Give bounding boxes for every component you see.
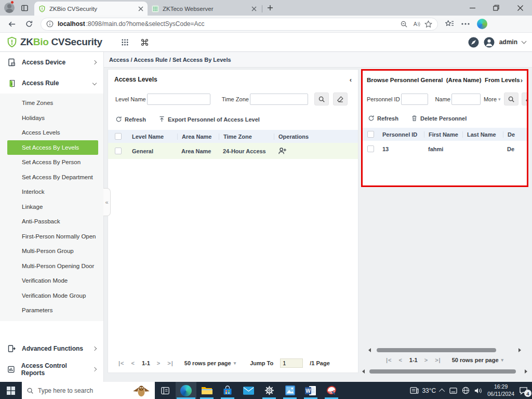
panel-collapse-icon[interactable]: ‹ [350,76,352,84]
taskbar-search-box[interactable]: Type here to search [22,382,155,399]
scroll-left-arrow[interactable] [362,369,365,374]
personnel-id-input[interactable] [401,94,428,105]
taskbar-pinned-app-icon[interactable] [321,382,342,399]
refresh-action[interactable]: Refresh [115,116,146,123]
explore-compass-icon[interactable] [468,37,479,48]
tab-actions-icon[interactable] [19,3,30,13]
prev-page-button[interactable]: < [398,357,402,363]
sidebar-item-verification-mode[interactable]: Verification Mode [7,273,98,288]
sidebar-section-access-rule[interactable]: Access Rule [0,73,103,94]
row-checkbox[interactable] [108,148,128,154]
site-info-icon[interactable] [46,20,54,28]
user-menu-caret-icon[interactable] [522,39,527,44]
sidebar-item-verification-mode-group[interactable]: Verification Mode Group [7,288,98,303]
next-page-button[interactable]: > [157,360,161,366]
module-grid-icon[interactable] [119,36,131,48]
command-shortcut-icon[interactable] [139,36,151,48]
taskbar-photos-icon[interactable] [280,382,300,399]
level-name-input[interactable] [147,94,210,105]
tab-close-icon[interactable] [251,6,257,11]
new-tab-button[interactable] [263,1,277,15]
sidebar-item-parameters[interactable]: Parameters [7,303,98,318]
search-button[interactable] [504,92,518,105]
prev-page-button[interactable]: < [131,360,135,366]
time-zone-input[interactable] [250,94,308,105]
first-page-button[interactable]: |< [386,357,392,363]
tab-close-icon[interactable] [138,6,143,11]
sidebar-item-access-levels[interactable]: Access Levels [7,125,98,140]
sidebar-section-access-control-reports[interactable]: Access Control Reports [0,359,103,380]
add-personnel-icon[interactable] [278,147,287,155]
more-dropdown[interactable]: More ▾ [484,96,501,102]
speaker-icon[interactable] [474,387,483,394]
sidebar-item-set-access-by-department[interactable]: Set Access By Department [7,170,98,185]
sidebar-item-first-person-normally-open[interactable]: First-Person Normally Open [7,229,98,244]
sidebar-section-access-device[interactable]: Access Device [0,52,103,73]
read-aloud-icon[interactable]: A [412,20,420,28]
personnel-horizontal-scrollbar[interactable] [368,347,521,353]
personnel-row[interactable]: 13 fahmi De [363,141,527,157]
close-button[interactable] [508,0,532,16]
taskbar-word-icon[interactable]: W [300,382,321,399]
scroll-thumb[interactable] [369,369,516,374]
copilot-icon[interactable] [477,19,487,29]
sidebar-item-set-access-by-person[interactable]: Set Access By Person [7,155,98,170]
browser-menu-icon[interactable] [461,23,470,25]
search-highlight-owl-icon[interactable] [132,384,150,397]
scroll-left-arrow[interactable] [368,348,371,352]
browser-tab-inactive[interactable]: ZKTeco Webserver [148,2,261,16]
scroll-track[interactable] [366,369,523,374]
sidebar-item-holidays[interactable]: Holidays [7,111,98,126]
last-page-button[interactable]: >| [435,357,441,363]
next-page-button[interactable]: > [424,357,428,363]
row-checkbox[interactable] [363,145,378,152]
scroll-right-arrow[interactable] [525,369,527,374]
delete-personnel-action[interactable]: Delete Personnel [411,115,467,122]
sidebar-item-multi-person-opening-door[interactable]: Multi-Person Opening Door [7,259,98,274]
sidebar-item-linkage[interactable]: Linkage [7,200,98,215]
first-page-button[interactable]: |< [118,360,125,366]
refresh-button[interactable] [23,18,35,30]
zoom-out-icon[interactable] [400,20,408,28]
select-all-checkbox[interactable] [363,131,378,138]
task-view-button[interactable] [155,382,176,399]
browser-tab-active[interactable]: ZKBio CVSecurity [34,2,148,16]
back-button[interactable] [5,18,18,30]
network-globe-icon[interactable] [462,387,470,394]
user-avatar-icon[interactable] [484,37,495,48]
taskbar-store-icon[interactable] [217,382,238,399]
export-personnel-action[interactable]: Export Personnel of Access Level [158,116,260,123]
rows-per-page-select[interactable]: 50 rows per page ▾ [452,357,503,363]
clear-button[interactable] [522,92,528,105]
touch-keyboard-icon[interactable] [449,387,457,394]
panel-expand-icon[interactable]: › [521,76,523,84]
restore-button[interactable] [484,0,508,16]
sidebar-item-multi-person-group[interactable]: Multi-Person Group [7,244,98,259]
taskbar-file-explorer-icon[interactable] [196,382,217,399]
favorites-collections-icon[interactable] [445,20,454,28]
sidebar-item-time-zones[interactable]: Time Zones [7,96,98,111]
taskbar-settings-icon[interactable] [259,382,280,399]
start-button[interactable] [0,382,22,399]
taskbar-edge-icon[interactable] [176,382,196,399]
access-level-row[interactable]: General Area Name 24-Hour Access [108,143,358,159]
scroll-right-arrow[interactable] [518,348,521,352]
sidebar-item-set-access-by-levels[interactable]: Set Access By Levels [7,140,98,155]
sidebar-item-anti-passback[interactable]: Anti-Passback [7,214,98,229]
user-name[interactable]: admin [499,38,517,46]
taskbar-mail-icon[interactable] [238,382,259,399]
clear-button[interactable] [333,92,348,105]
rows-per-page-select[interactable]: 50 rows per page ▾ [184,360,236,366]
sidebar-item-interlock[interactable]: Interlock [7,184,98,200]
sidebar-section-advanced-functions[interactable]: Advanced Functions [0,338,103,359]
weather-widget[interactable]: 33°C [410,387,436,394]
browser-profile-avatar-icon[interactable] [4,3,15,13]
scroll-track[interactable] [373,348,517,352]
tray-expand-icon[interactable] [439,388,445,394]
outer-horizontal-scrollbar[interactable] [362,368,527,375]
scroll-thumb[interactable] [377,348,496,352]
select-all-checkbox[interactable] [108,133,128,140]
minimize-button[interactable] [460,0,484,16]
search-button[interactable] [314,92,329,105]
jump-to-input[interactable] [280,358,303,368]
